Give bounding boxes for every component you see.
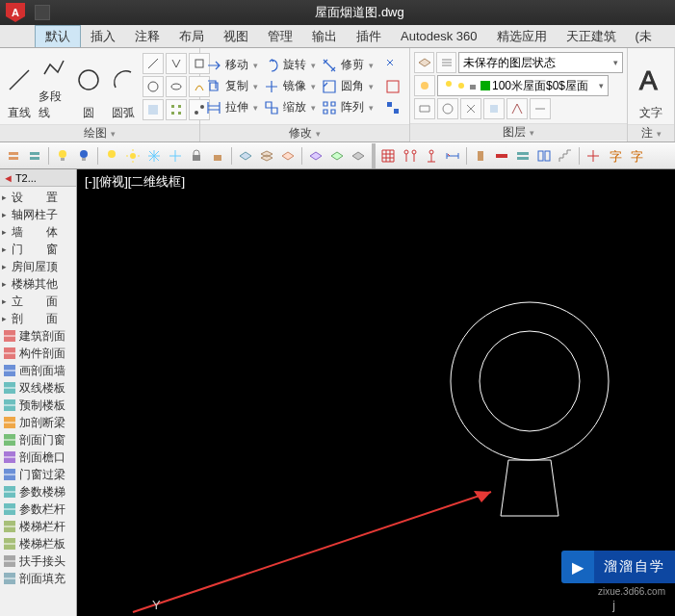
- ribbon-tab[interactable]: 插件: [347, 25, 391, 47]
- ribbon-tab[interactable]: 视图: [214, 25, 258, 47]
- modify-label[interactable]: 修剪: [341, 57, 364, 73]
- text-icon[interactable]: 字: [626, 146, 645, 166]
- layer-properties-icon[interactable]: [414, 52, 434, 73]
- modify-label[interactable]: 圆角: [341, 78, 364, 94]
- tree-item[interactable]: 参数楼梯: [0, 483, 76, 500]
- layer-icon[interactable]: [414, 75, 435, 96]
- chevron-down-icon[interactable]: ▾: [308, 61, 318, 70]
- layer-current-dropdown[interactable]: 100米屋面$0$屋面 ▾: [437, 75, 609, 96]
- close-icon[interactable]: ◄: [3, 172, 13, 184]
- modify-icon[interactable]: [262, 77, 281, 96]
- layer-icon[interactable]: [327, 146, 347, 166]
- modify-icon[interactable]: [320, 98, 339, 117]
- chevron-down-icon[interactable]: ▾: [366, 61, 376, 70]
- chevron-down-icon[interactable]: ▾: [250, 103, 260, 113]
- layer-icon[interactable]: [436, 52, 456, 73]
- layer-icon[interactable]: [349, 146, 368, 166]
- grid-icon[interactable]: [379, 146, 399, 166]
- ribbon-tab[interactable]: 精选应用: [487, 25, 557, 47]
- modify-icon[interactable]: [204, 56, 223, 75]
- tree-group[interactable]: ▸轴网柱子: [0, 206, 76, 223]
- ribbon-tab[interactable]: 插入: [81, 25, 125, 47]
- bulb-icon[interactable]: [53, 146, 72, 166]
- modify-label[interactable]: 旋转: [283, 57, 306, 73]
- layer-icon[interactable]: [236, 146, 255, 166]
- tree-item[interactable]: 参数栏杆: [0, 500, 76, 518]
- cross-icon[interactable]: [584, 146, 603, 166]
- chevron-down-icon[interactable]: ▾: [308, 82, 318, 91]
- bulb-off-icon[interactable]: [74, 146, 93, 166]
- chevron-down-icon[interactable]: ▾: [250, 82, 260, 91]
- modify-icon[interactable]: [204, 77, 223, 96]
- axis-icon[interactable]: [422, 146, 441, 166]
- cmd-arc[interactable]: 圆弧: [108, 52, 139, 121]
- ribbon-tab[interactable]: 管理: [258, 25, 302, 47]
- layer-tool-icon[interactable]: [414, 98, 435, 119]
- ribbon-tab[interactable]: 布局: [169, 25, 214, 47]
- modify-icon[interactable]: [383, 56, 402, 75]
- tree-item[interactable]: 门窗过梁: [0, 466, 76, 483]
- tree-item[interactable]: 楼梯栏板: [0, 535, 76, 552]
- modify-icon[interactable]: [262, 98, 281, 117]
- ribbon-tab[interactable]: Autodesk 360: [391, 25, 487, 47]
- tree-item[interactable]: 剖面填充: [0, 570, 76, 587]
- modify-label[interactable]: 镜像: [283, 78, 306, 94]
- tree-item[interactable]: 加剖断梁: [0, 414, 76, 431]
- tree-item[interactable]: 建筑剖面: [0, 327, 76, 345]
- chevron-down-icon[interactable]: ▾: [308, 103, 318, 113]
- draw-icon[interactable]: [166, 99, 187, 120]
- ribbon-tab[interactable]: 输出: [302, 25, 347, 47]
- draw-icon[interactable]: [166, 76, 187, 97]
- tree-group[interactable]: ▸立 面: [0, 293, 76, 310]
- door-icon[interactable]: [534, 146, 554, 166]
- bulb-icon[interactable]: [102, 146, 121, 166]
- modify-label[interactable]: 拉伸: [225, 99, 248, 116]
- cmd-text[interactable]: A 文字: [632, 52, 670, 121]
- tree-item[interactable]: 剖面檐口: [0, 449, 76, 466]
- ribbon-tab[interactable]: (未: [626, 25, 662, 47]
- modify-label[interactable]: 复制: [225, 78, 248, 94]
- panel-title-anno[interactable]: 注: [628, 124, 674, 141]
- tree-group[interactable]: ▸门 窗: [0, 241, 76, 258]
- ribbon-tab[interactable]: 注释: [125, 25, 169, 47]
- lock-icon[interactable]: [187, 146, 206, 166]
- modify-label[interactable]: 缩放: [283, 99, 306, 116]
- layer-icon[interactable]: [257, 146, 276, 166]
- draw-icon[interactable]: [143, 53, 164, 74]
- axis-icon[interactable]: [401, 146, 420, 166]
- tree-item[interactable]: 双线楼板: [0, 379, 76, 397]
- text-icon[interactable]: 字: [605, 146, 624, 166]
- wall-icon[interactable]: [513, 146, 532, 166]
- unlock-icon[interactable]: [208, 146, 227, 166]
- draw-icon[interactable]: [143, 76, 164, 97]
- modify-icon[interactable]: [320, 77, 339, 96]
- tree-item[interactable]: 扶手接头: [0, 552, 76, 570]
- modify-label[interactable]: 移动: [225, 57, 248, 73]
- qat-item[interactable]: [35, 5, 50, 20]
- modify-icon[interactable]: [262, 56, 281, 75]
- layer-icon[interactable]: [306, 146, 325, 166]
- tree-group[interactable]: ▸楼梯其他: [0, 275, 76, 293]
- chevron-down-icon[interactable]: ▾: [366, 103, 376, 113]
- stair-icon[interactable]: [556, 146, 575, 166]
- wall-icon[interactable]: [492, 146, 511, 166]
- dim-icon[interactable]: [443, 146, 462, 166]
- panel-title-modify[interactable]: 修改: [200, 124, 409, 141]
- column-icon[interactable]: [471, 146, 490, 166]
- layer-tool-icon[interactable]: [506, 98, 528, 119]
- chevron-down-icon[interactable]: ▾: [366, 82, 376, 91]
- tree-group[interactable]: ▸设 置: [0, 189, 76, 206]
- chevron-down-icon[interactable]: ▾: [250, 61, 260, 70]
- tree-item[interactable]: 画剖面墙: [0, 362, 76, 379]
- tree-item[interactable]: 预制楼板: [0, 397, 76, 414]
- left-panel-tab[interactable]: ◄ T2...: [0, 169, 76, 187]
- panel-title-draw[interactable]: 绘图: [0, 124, 199, 141]
- tool-icon[interactable]: [4, 146, 23, 166]
- ribbon-tab[interactable]: 默认: [35, 25, 81, 47]
- draw-icon[interactable]: [166, 53, 187, 74]
- tree-group[interactable]: ▸剖 面: [0, 310, 76, 327]
- modify-icon[interactable]: [320, 56, 339, 75]
- draw-icon[interactable]: [143, 99, 164, 120]
- snow-icon[interactable]: [166, 146, 185, 166]
- modify-icon[interactable]: [383, 98, 402, 117]
